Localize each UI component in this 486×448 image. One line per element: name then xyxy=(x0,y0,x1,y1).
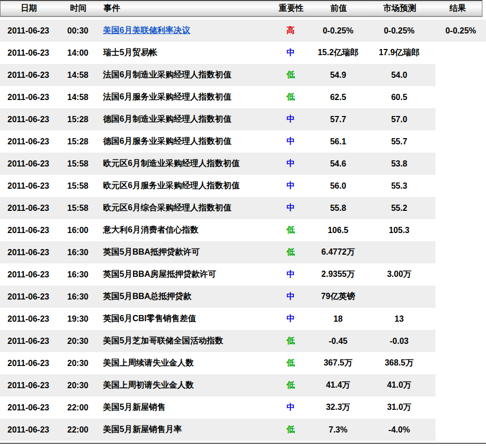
importance-badge: 中 xyxy=(287,269,295,280)
event-cell: 瑞士5月贸易帐 xyxy=(99,42,268,64)
result-cell xyxy=(435,153,486,175)
time-cell: 22:00 xyxy=(57,419,99,441)
importance-badge: 低 xyxy=(287,92,295,103)
forecast-cell: 105.3 xyxy=(363,219,435,241)
previous-cell: 32.3万 xyxy=(313,396,363,419)
forecast-cell: 17.9亿瑞郎 xyxy=(363,42,435,64)
date-cell: 2011-06-23 xyxy=(0,286,57,308)
result-cell xyxy=(435,108,486,130)
date-cell: 2011-06-23 xyxy=(0,263,57,286)
time-cell: 15:58 xyxy=(57,175,99,197)
table-header: 日期 时间 事件 重要性 前值 市场预测 结果 xyxy=(0,0,482,17)
table-row: 2011-06-2314:58法国6月制造业采购经理人指数初值低54.954.0 xyxy=(0,64,486,86)
time-cell: 20:30 xyxy=(57,330,99,352)
importance-cell: 中 xyxy=(268,308,313,330)
importance-badge: 中 xyxy=(287,180,295,191)
economic-calendar: 日期 时间 事件 重要性 前值 市场预测 结果 2011-06-2300:30美… xyxy=(0,0,486,448)
importance-badge: 低 xyxy=(287,336,295,346)
date-cell: 2011-06-23 xyxy=(0,20,57,42)
event-cell: 英国5月BBA房屋抵押贷款许可 xyxy=(99,263,268,286)
time-cell: 15:58 xyxy=(57,197,99,219)
previous-cell: 55.8 xyxy=(313,197,363,219)
result-cell xyxy=(435,286,486,308)
header-importance: 重要性 xyxy=(269,1,314,16)
event-cell: 德国6月服务业采购经理人指数初值 xyxy=(99,130,268,153)
header-previous: 前值 xyxy=(314,1,363,16)
forecast-cell: 55.3 xyxy=(363,175,435,197)
importance-cell: 低 xyxy=(268,419,313,441)
event-cell: 法国6月制造业采购经理人指数初值 xyxy=(99,64,268,86)
importance-badge: 低 xyxy=(287,225,295,236)
event-cell: 意大利6月消费者信心指数 xyxy=(99,219,268,241)
time-cell: 00:30 xyxy=(57,20,99,42)
previous-cell: 62.5 xyxy=(313,86,363,108)
result-cell xyxy=(435,308,486,330)
table-row: 2011-06-2314:58法国6月服务业采购经理人指数初值低62.560.5 xyxy=(0,86,486,108)
header-result: 结果 xyxy=(436,1,479,16)
event-cell: 欧元区6月服务业采购经理人指数初值 xyxy=(99,175,268,197)
time-cell: 16:30 xyxy=(57,286,99,308)
previous-cell: 367.5万 xyxy=(313,352,363,374)
result-cell xyxy=(435,352,486,374)
result-cell xyxy=(435,197,486,219)
importance-badge: 中 xyxy=(287,203,295,213)
header-forecast: 市场预测 xyxy=(363,1,436,16)
importance-badge: 低 xyxy=(287,424,295,435)
date-cell: 2011-06-23 xyxy=(0,197,57,219)
time-cell: 15:28 xyxy=(57,108,99,130)
event-cell: 美国上周续请失业金人数 xyxy=(99,352,268,374)
result-cell: 0-0.25% xyxy=(435,20,486,42)
time-cell: 16:30 xyxy=(57,241,99,263)
importance-badge: 中 xyxy=(287,158,295,169)
importance-cell: 低 xyxy=(268,219,313,241)
table-row: 2011-06-2315:58欧元区6月服务业采购经理人指数初值中56.055.… xyxy=(0,175,486,197)
time-cell: 15:58 xyxy=(57,153,99,175)
table-row: 2011-06-2320:30美国上周续请失业金人数低367.5万368.5万 xyxy=(0,352,486,374)
importance-cell: 中 xyxy=(268,197,313,219)
event-cell: 美国上周初请失业金人数 xyxy=(99,374,268,396)
importance-cell: 低 xyxy=(268,374,313,396)
forecast-cell: 55.7 xyxy=(363,130,435,153)
importance-cell: 低 xyxy=(268,352,313,374)
time-cell: 15:28 xyxy=(57,130,99,153)
importance-badge: 低 xyxy=(287,70,295,80)
date-cell: 2011-06-23 xyxy=(0,396,57,419)
date-cell: 2011-06-23 xyxy=(0,42,57,64)
date-cell: 2011-06-23 xyxy=(0,374,57,396)
date-cell: 2011-06-23 xyxy=(0,153,57,175)
table-row: 2011-06-2315:58欧元区6月综合采购经理人指数初值中55.855.2 xyxy=(0,197,486,219)
result-cell xyxy=(435,130,486,153)
table-row: 2011-06-2320:30美国5月芝加哥联储全国活动指数低-0.45-0.0… xyxy=(0,330,486,352)
event-link[interactable]: 美国6月美联储利率决议 xyxy=(103,25,190,36)
date-cell: 2011-06-23 xyxy=(0,219,57,241)
importance-cell: 低 xyxy=(268,241,313,263)
event-cell: 英国6月CBI零售销售差值 xyxy=(99,308,268,330)
result-cell xyxy=(435,263,486,286)
importance-cell: 中 xyxy=(268,263,313,286)
date-cell: 2011-06-23 xyxy=(0,352,57,374)
importance-cell: 中 xyxy=(268,153,313,175)
importance-cell: 中 xyxy=(268,108,313,130)
forecast-cell: 368.5万 xyxy=(363,352,435,374)
previous-cell: 106.5 xyxy=(313,219,363,241)
importance-cell: 中 xyxy=(268,286,313,308)
forecast-cell: 41.0万 xyxy=(363,374,435,396)
forecast-cell: 54.0 xyxy=(363,64,435,86)
event-cell: 美国5月芝加哥联储全国活动指数 xyxy=(99,330,268,352)
table-row: 2011-06-2300:30美国6月美联储利率决议高0-0.25%0-0.25… xyxy=(0,20,486,42)
event-cell: 德国6月制造业采购经理人指数初值 xyxy=(99,108,268,130)
event-cell: 法国6月服务业采购经理人指数初值 xyxy=(99,86,268,108)
previous-cell: -0.45 xyxy=(313,330,363,352)
previous-cell: 7.3% xyxy=(313,419,363,441)
table-body: 2011-06-2300:30美国6月美联储利率决议高0-0.25%0-0.25… xyxy=(0,20,486,441)
time-cell: 16:00 xyxy=(57,219,99,241)
event-cell: 欧元区6月制造业采购经理人指数初值 xyxy=(99,153,268,175)
forecast-cell xyxy=(363,286,435,308)
table-row: 2011-06-2314:00瑞士5月贸易帐中15.2亿瑞郎17.9亿瑞郎 xyxy=(0,42,486,64)
result-cell xyxy=(435,64,486,86)
importance-cell: 中 xyxy=(268,130,313,153)
importance-badge: 低 xyxy=(287,380,295,391)
date-cell: 2011-06-23 xyxy=(0,241,57,263)
forecast-cell: 13 xyxy=(363,308,435,330)
forecast-cell: -4.0% xyxy=(363,419,435,441)
